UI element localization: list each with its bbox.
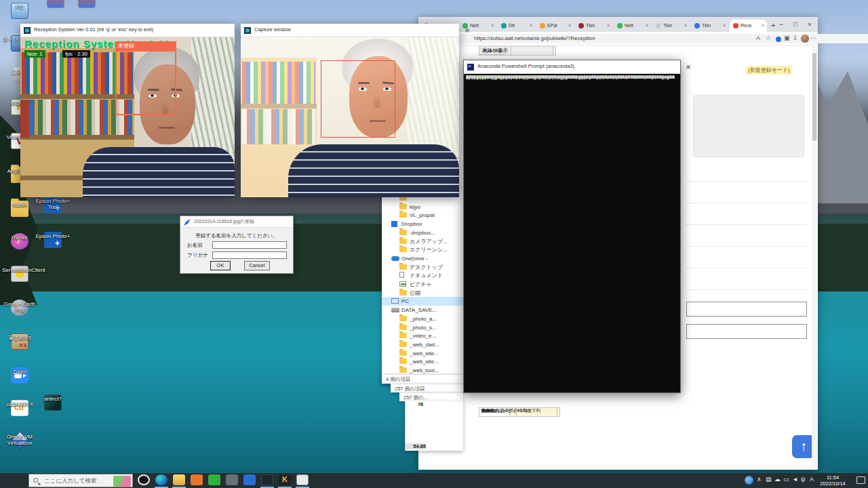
taskbar-app-opera[interactable] xyxy=(136,474,152,487)
tree-item-_video_e...[interactable]: _video_e... xyxy=(382,331,463,340)
tray-chevron-up-icon[interactable]: ∧ xyxy=(757,476,762,483)
profile-avatar[interactable] xyxy=(801,35,809,43)
close-icon[interactable]: × xyxy=(293,216,304,228)
tray-cloud-icon[interactable]: ☁ xyxy=(774,476,781,483)
terminal-output[interactable]: - OpenCV version : 4.5.3- Input image : … xyxy=(466,75,679,391)
taskbar-app-winapp[interactable] xyxy=(294,474,311,487)
tray-speaker-icon[interactable]: ◄ xyxy=(792,476,798,483)
capture-title-bar[interactable]: Capture window xyxy=(241,24,459,37)
taskbar-app-edge[interactable] xyxy=(153,474,170,487)
terminal-title-bar[interactable]: Anaconda Powershell Prompt (anaconda3) xyxy=(464,60,680,74)
tree-item-_photo_s...[interactable]: _photo_s... xyxy=(382,323,463,332)
reception-title-bar[interactable]: Reception System Ver 0.01 (hit 'q' or 'e… xyxy=(20,24,235,37)
mail-icon xyxy=(243,474,256,485)
tray-pin-icon[interactable]: ▤ xyxy=(766,476,772,483)
tab-favicon xyxy=(501,23,507,28)
taskbar-app-steam[interactable] xyxy=(224,474,240,487)
taskbar-app-mail[interactable] xyxy=(241,474,258,487)
file-explorer-window: kijyoVL_propatDropbox.dropbox...カメラアップ..… xyxy=(382,188,463,384)
k-icon xyxy=(279,474,291,485)
downloads-icon[interactable]: ⇩ xyxy=(793,35,798,41)
tree-item-kijyo[interactable]: kijyo xyxy=(382,203,463,211)
favorite-star-icon[interactable]: ☆ xyxy=(766,35,771,41)
tab-close-icon[interactable]: × xyxy=(723,23,726,28)
kana-input[interactable] xyxy=(212,251,287,259)
tab-close-icon[interactable]: × xyxy=(762,23,764,28)
tree-item-PC[interactable]: PC xyxy=(382,297,463,306)
tree-item-Dropbox[interactable]: Dropbox xyxy=(382,220,463,228)
window-blinds xyxy=(191,37,235,156)
face-count-badge: face: 1 xyxy=(24,50,45,58)
browser-close-button[interactable]: × xyxy=(803,17,816,32)
extension-icon[interactable] xyxy=(776,37,781,42)
tree-item-OneDrive -[interactable]: OneDrive - xyxy=(382,254,463,263)
tray-usb-icon[interactable]: ψ xyxy=(801,476,805,483)
taskbar-app-photos[interactable] xyxy=(189,474,205,487)
tree-item-_web_dad...[interactable]: _web_dad... xyxy=(382,340,463,349)
tab-close-icon[interactable]: × xyxy=(607,23,610,28)
browser-tab-Dtt[interactable]: Dtt× xyxy=(498,20,535,32)
tab-close-icon[interactable]: × xyxy=(684,23,687,28)
scrollbar-thumb[interactable] xyxy=(812,53,816,141)
weather-widget-icon[interactable] xyxy=(113,476,131,487)
collections-icon[interactable]: ▣ xyxy=(784,35,790,41)
tree-item-デスクトップ[interactable]: デスクトップ xyxy=(382,263,463,272)
tree-item-_web_site...[interactable]: _web_site... xyxy=(382,349,463,358)
taskbar-app-k[interactable] xyxy=(277,474,293,487)
winapp-icon xyxy=(296,474,309,485)
tray-edge-icon[interactable] xyxy=(745,476,753,485)
page-scrollbar[interactable] xyxy=(812,46,817,469)
tree-item-VL_propat[interactable]: VL_propat xyxy=(382,211,463,220)
tab-close-icon[interactable]: × xyxy=(568,23,571,28)
browser-tab-Rece[interactable]: Rece× xyxy=(730,20,767,32)
tab-close-icon[interactable]: × xyxy=(530,23,532,28)
tree-item-スクリーンシ...[interactable]: スクリーンシ... xyxy=(382,245,463,254)
start-button[interactable] xyxy=(0,473,27,488)
explorer-status-bar: 4 個の項目 xyxy=(382,374,463,384)
disk-icon xyxy=(391,308,399,312)
taskbar-clock[interactable]: 11:54 2022/10/14 xyxy=(815,474,850,487)
taskbar-app-exp[interactable] xyxy=(171,474,187,487)
form-input[interactable] xyxy=(686,302,807,317)
tray-display-icon[interactable]: ▭ xyxy=(783,476,789,483)
browser-tab-Tkin[interactable]: Tkin× xyxy=(575,20,612,32)
dialog-title-bar[interactable]: 20221014-115516.jpgの登録 xyxy=(180,216,293,228)
form-input[interactable] xyxy=(686,324,807,339)
tree-item-公開[interactable]: 公開 xyxy=(382,289,463,298)
line-icon xyxy=(208,474,220,485)
tray-ime-icon[interactable]: A xyxy=(810,476,814,483)
tree-item-カメラアップ...[interactable]: カメラアップ... xyxy=(382,237,463,246)
taskbar-search[interactable]: ここに入力して検索 xyxy=(28,474,133,487)
tree-item-ドキュメント[interactable]: ドキュメント xyxy=(382,271,463,280)
face-detection-box xyxy=(321,60,395,138)
browser-tab-EPyt[interactable]: EPyt× xyxy=(536,20,574,32)
ok-button[interactable]: OK xyxy=(210,261,231,270)
browser-maximize-button[interactable]: □ xyxy=(789,17,802,32)
browser-minimize-button[interactable]: – xyxy=(774,17,788,32)
terminal-title: Anaconda Powershell Prompt (anaconda3) xyxy=(477,63,574,69)
taskbar-app-line[interactable] xyxy=(206,474,222,487)
fold-icon xyxy=(399,204,407,209)
tab-close-icon[interactable]: × xyxy=(646,23,648,28)
tab-label: EPyt xyxy=(547,23,565,28)
browser-tab-Tkin[interactable]: Tkin× xyxy=(652,20,690,32)
browser-tab-Nett[interactable]: Nett× xyxy=(614,20,651,32)
action-center-icon[interactable] xyxy=(856,476,865,484)
desktop-icon-label: iTunes xyxy=(2,235,37,241)
more-menu-icon[interactable]: ⋯ xyxy=(810,35,816,41)
close-icon[interactable]: × xyxy=(680,60,696,74)
close-icon[interactable]: × xyxy=(459,24,475,37)
pc2-icon xyxy=(391,298,399,304)
tab-close-icon[interactable]: × xyxy=(491,23,494,28)
browser-tab-Tkin[interactable]: Tkin× xyxy=(691,20,728,32)
reception-window-title: Reception System Ver 0.01 (hit 'q' or 'e… xyxy=(34,26,153,33)
name-input[interactable] xyxy=(212,241,287,249)
tree-item-DATA_SAVE...[interactable]: DATA_SAVE... xyxy=(382,306,463,314)
taskbar-app-term[interactable] xyxy=(259,474,275,487)
tree-item-_photo_a...[interactable]: _photo_a... xyxy=(382,314,463,323)
read-aloud-icon[interactable]: A xyxy=(756,35,760,41)
tree-item-_web_site...[interactable]: _web_site... xyxy=(382,357,463,366)
tree-item-ピクチャ[interactable]: ピクチャ xyxy=(382,280,463,289)
tree-item-.dropbox...[interactable]: .dropbox... xyxy=(382,228,463,237)
cancel-button[interactable]: Cancel xyxy=(244,261,270,270)
